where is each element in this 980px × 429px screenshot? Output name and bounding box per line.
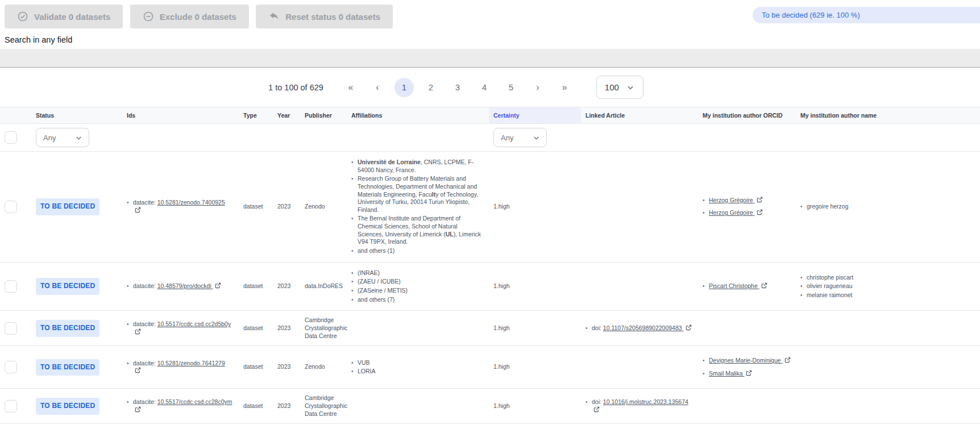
author-name-cell bbox=[796, 389, 980, 424]
author-orcid-cell: Herzog Grégoire Herzog Grégoire bbox=[698, 152, 796, 263]
external-link-icon bbox=[133, 328, 141, 335]
author-orcid-cell bbox=[698, 311, 796, 346]
certainty-cell: 1.high bbox=[489, 346, 581, 389]
validate-button-label: Validate 0 datasets bbox=[34, 12, 110, 22]
publisher-cell: Cambridge Crystallographic Data Centre bbox=[300, 311, 347, 346]
column-header-my-institution-author-name[interactable]: My institution author name bbox=[796, 107, 980, 124]
affiliation-item: and others (1) bbox=[351, 247, 484, 255]
pagination-page-1[interactable]: 1 bbox=[395, 78, 414, 97]
linked-article-cell: doi: 10.1107/s2056989022009483 bbox=[581, 311, 698, 346]
row-checkbox[interactable] bbox=[5, 361, 17, 373]
pagination-page-4[interactable]: 4 bbox=[475, 78, 494, 97]
type-cell: dataset bbox=[239, 152, 273, 263]
page-size-select[interactable]: 100 bbox=[596, 76, 643, 99]
row-select-cell bbox=[0, 311, 31, 346]
chevron-down-icon bbox=[74, 134, 83, 142]
dataset-id-link[interactable]: 10.48579/pro/dockdi bbox=[157, 282, 221, 289]
status-badge: TO BE DECIDED bbox=[36, 198, 99, 215]
year-cell: 2023 bbox=[273, 152, 300, 263]
chevron-down-icon bbox=[532, 134, 541, 142]
page-size-value: 100 bbox=[605, 82, 619, 92]
affiliation-item: Université de Lorraine, CNRS, LCPME, F-5… bbox=[351, 159, 484, 174]
linked-article-cell bbox=[581, 262, 698, 311]
author-name-cell bbox=[796, 311, 980, 346]
affiliation-list: (INRAE)(ZAEU / ICUBE)(ZASeine / METIS)an… bbox=[351, 269, 484, 304]
pagination-next-button[interactable]: › bbox=[528, 78, 547, 97]
pagination-page-5[interactable]: 5 bbox=[501, 78, 521, 97]
affiliation-item: (INRAE) bbox=[351, 269, 484, 277]
orcid-link[interactable]: Herzog Grégoire bbox=[709, 197, 763, 203]
affiliations-cell: (INRAE)(ZAEU / ICUBE)(ZASeine / METIS)an… bbox=[347, 262, 489, 311]
orcid-link[interactable]: Smail Malika bbox=[709, 370, 752, 377]
certainty-filter-select[interactable]: Any bbox=[493, 128, 547, 147]
status-cell: TO BE DECIDED bbox=[31, 389, 122, 424]
linked-article-link[interactable]: 10.1016/j.molstruc.2023.135674 bbox=[592, 398, 688, 413]
external-link-icon bbox=[783, 357, 791, 364]
pagination-pages: 12345 bbox=[395, 78, 521, 97]
orcid-link[interactable]: Piscart Christophe bbox=[709, 282, 767, 289]
to-be-decided-summary-pill[interactable]: To be decided (629 ie. 100 %) bbox=[753, 7, 980, 23]
exclude-button-label: Exclude 0 datasets bbox=[160, 12, 236, 22]
check-circle-icon bbox=[17, 11, 28, 22]
column-header-affiliations[interactable]: Affiliations bbox=[347, 107, 489, 124]
column-header-certainty[interactable]: Certainty bbox=[489, 107, 581, 124]
search-input[interactable] bbox=[0, 49, 980, 68]
row-select-cell bbox=[0, 152, 31, 263]
orcid-list-item: Herzog Grégoire bbox=[703, 209, 791, 217]
author-name-cell bbox=[796, 346, 980, 389]
pagination-last-button[interactable]: » bbox=[555, 78, 574, 97]
column-header-year[interactable]: Year bbox=[273, 107, 300, 124]
column-header-publisher[interactable]: Publisher bbox=[300, 107, 347, 124]
external-link-icon bbox=[684, 324, 692, 331]
pagination-page-3[interactable]: 3 bbox=[448, 78, 467, 97]
row-checkbox[interactable] bbox=[5, 400, 17, 413]
select-all-checkbox[interactable] bbox=[5, 131, 17, 144]
external-link-icon bbox=[133, 367, 141, 374]
pagination-prev-button[interactable]: ‹ bbox=[368, 78, 387, 97]
search-label: Search in any field bbox=[5, 35, 980, 44]
filter-cell bbox=[0, 124, 31, 152]
row-checkbox[interactable] bbox=[5, 201, 17, 213]
dataset-id-list: datacite: 10.5281/zenodo.7400925 bbox=[127, 199, 234, 214]
author-name-item: olivier ragueneau bbox=[800, 282, 975, 290]
row-checkbox[interactable] bbox=[5, 280, 17, 293]
certainty-cell: 1.high bbox=[489, 389, 581, 424]
filter-value: Any bbox=[43, 134, 56, 142]
status-cell: TO BE DECIDED bbox=[31, 311, 122, 346]
affiliation-item: Research Group of Battery Materials and … bbox=[351, 175, 484, 214]
orcid-link[interactable]: Herzog Grégoire bbox=[709, 209, 763, 216]
column-header-checkbox bbox=[0, 107, 31, 124]
ids-cell: datacite: 10.48579/pro/dockdi bbox=[122, 262, 239, 311]
status-badge: TO BE DECIDED bbox=[36, 278, 99, 295]
type-cell: dataset bbox=[239, 311, 273, 346]
dataset-id-list: datacite: 10.48579/pro/dockdi bbox=[127, 282, 234, 290]
reset-status-datasets-button[interactable]: Reset status 0 datasets bbox=[256, 5, 393, 28]
id-prefix-label: datacite: bbox=[133, 320, 157, 327]
chevron-down-icon bbox=[626, 83, 635, 92]
pagination: 1 to 100 of 629 « ‹ 12345 › » 100 bbox=[0, 68, 980, 107]
table-row: TO BE DECIDEDdatacite: 10.5281/zenodo.74… bbox=[0, 152, 980, 263]
exclude-datasets-button[interactable]: Exclude 0 datasets bbox=[130, 5, 249, 28]
validate-datasets-button[interactable]: Validate 0 datasets bbox=[5, 5, 123, 28]
reset-arrow-icon bbox=[268, 11, 280, 22]
year-cell: 2023 bbox=[273, 346, 300, 389]
ids-cell: datacite: 10.5517/ccdc.csd.cc28c0ym bbox=[122, 389, 239, 424]
external-link-icon bbox=[755, 197, 763, 203]
certainty-cell: 1.high bbox=[489, 152, 581, 263]
id-prefix-label: doi: bbox=[592, 324, 603, 331]
status-filter-select[interactable]: Any bbox=[36, 128, 89, 147]
affiliation-list: Université de Lorraine, CNRS, LCPME, F-5… bbox=[351, 159, 484, 255]
pagination-first-button[interactable]: « bbox=[341, 78, 360, 97]
publisher-cell: Zenodo bbox=[300, 346, 347, 389]
linked-article-link[interactable]: 10.1107/s2056989022009483 bbox=[603, 324, 692, 331]
status-cell: TO BE DECIDED bbox=[31, 346, 122, 389]
column-header-linked-article[interactable]: Linked Article bbox=[581, 107, 698, 124]
row-checkbox[interactable] bbox=[5, 322, 17, 335]
column-header-ids[interactable]: Ids bbox=[122, 107, 239, 124]
orcid-link[interactable]: Devignes Marie-Dominique bbox=[709, 357, 791, 364]
column-header-status[interactable]: Status bbox=[31, 107, 122, 124]
pagination-page-2[interactable]: 2 bbox=[421, 78, 441, 97]
column-header-my-institution-author-orcid[interactable]: My institution author ORCID bbox=[698, 107, 796, 124]
orcid-list: Herzog Grégoire Herzog Grégoire bbox=[703, 197, 791, 217]
column-header-type[interactable]: Type bbox=[239, 107, 273, 124]
